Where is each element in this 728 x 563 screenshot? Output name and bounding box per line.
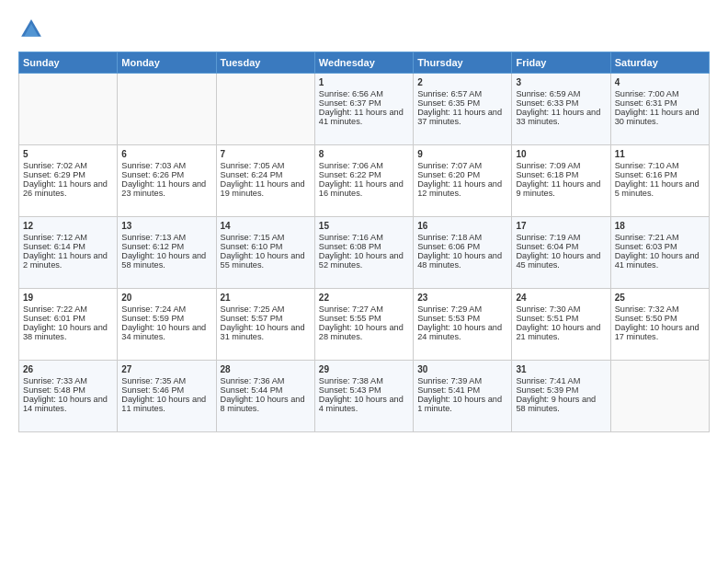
day-number: 2 [417, 77, 507, 87]
calendar-cell: 5Sunrise: 7:02 AMSunset: 6:29 PMDaylight… [19, 145, 118, 217]
calendar-cell: 3Sunrise: 6:59 AMSunset: 6:33 PMDaylight… [512, 74, 610, 145]
calendar-cell: 17Sunrise: 7:19 AMSunset: 6:04 PMDayligh… [512, 217, 610, 289]
day-info: Daylight: 11 hours and 23 minutes. [121, 179, 211, 198]
day-info: Sunset: 6:10 PM [221, 242, 311, 251]
day-number: 24 [516, 293, 606, 303]
calendar-cell: 19Sunrise: 7:22 AMSunset: 6:01 PMDayligh… [19, 289, 118, 361]
day-info: Sunrise: 7:16 AM [319, 233, 409, 242]
weekday-header-thursday: Thursday [414, 52, 512, 74]
calendar-cell: 28Sunrise: 7:36 AMSunset: 5:44 PMDayligh… [216, 361, 314, 432]
week-row-5: 26Sunrise: 7:33 AMSunset: 5:48 PMDayligh… [19, 361, 710, 432]
day-number: 6 [121, 149, 211, 159]
day-info: Daylight: 10 hours and 41 minutes. [615, 251, 705, 270]
week-row-4: 19Sunrise: 7:22 AMSunset: 6:01 PMDayligh… [19, 289, 710, 361]
day-info: Sunrise: 7:22 AM [23, 304, 113, 314]
day-info: Sunset: 6:22 PM [319, 170, 409, 179]
day-info: Daylight: 11 hours and 12 minutes. [417, 179, 507, 198]
day-info: Sunset: 5:43 PM [319, 385, 409, 395]
calendar-cell: 25Sunrise: 7:32 AMSunset: 5:50 PMDayligh… [610, 289, 709, 361]
day-number: 20 [121, 293, 211, 303]
calendar-cell: 21Sunrise: 7:25 AMSunset: 5:57 PMDayligh… [216, 289, 314, 361]
day-number: 11 [615, 149, 705, 159]
day-number: 18 [615, 221, 705, 231]
day-info: Sunrise: 7:12 AM [23, 233, 113, 242]
day-info: Sunset: 6:29 PM [23, 170, 113, 179]
calendar-cell: 30Sunrise: 7:39 AMSunset: 5:41 PMDayligh… [414, 361, 512, 432]
day-info: Daylight: 10 hours and 55 minutes. [221, 251, 311, 270]
day-info: Daylight: 11 hours and 41 minutes. [319, 108, 409, 126]
day-number: 28 [221, 364, 311, 374]
day-info: Sunset: 6:24 PM [221, 170, 311, 179]
day-number: 7 [221, 149, 311, 159]
day-number: 13 [121, 221, 211, 231]
day-number: 27 [121, 364, 211, 374]
calendar-cell: 16Sunrise: 7:18 AMSunset: 6:06 PMDayligh… [414, 217, 512, 289]
day-info: Daylight: 10 hours and 45 minutes. [516, 251, 606, 270]
day-info: Sunset: 5:39 PM [516, 385, 606, 395]
day-info: Sunset: 5:48 PM [23, 385, 113, 395]
day-info: Sunset: 6:20 PM [417, 170, 507, 179]
day-info: Sunrise: 7:30 AM [516, 304, 606, 314]
day-number: 1 [319, 77, 409, 87]
day-info: Sunrise: 7:15 AM [221, 233, 311, 242]
day-number: 21 [221, 293, 311, 303]
calendar-cell [19, 74, 118, 145]
day-info: Sunset: 6:26 PM [121, 170, 211, 179]
day-info: Sunset: 5:46 PM [121, 385, 211, 395]
day-info: Sunrise: 7:18 AM [417, 233, 507, 242]
page: SundayMondayTuesdayWednesdayThursdayFrid… [0, 0, 728, 563]
logo-icon [18, 17, 44, 42]
day-info: Daylight: 11 hours and 2 minutes. [23, 251, 113, 270]
calendar-cell: 22Sunrise: 7:27 AMSunset: 5:55 PMDayligh… [314, 289, 413, 361]
weekday-header-saturday: Saturday [610, 52, 709, 74]
week-row-2: 5Sunrise: 7:02 AMSunset: 6:29 PMDaylight… [19, 145, 710, 217]
day-info: Daylight: 11 hours and 37 minutes. [417, 108, 507, 126]
header [18, 17, 710, 42]
weekday-header-tuesday: Tuesday [216, 52, 314, 74]
day-number: 4 [615, 77, 705, 87]
day-number: 9 [417, 149, 507, 159]
day-info: Daylight: 10 hours and 21 minutes. [516, 323, 606, 341]
calendar-cell: 1Sunrise: 6:56 AMSunset: 6:37 PMDaylight… [314, 74, 413, 145]
day-info: Sunrise: 7:27 AM [319, 304, 409, 314]
day-number: 3 [516, 77, 606, 87]
day-info: Sunrise: 7:25 AM [221, 304, 311, 314]
day-info: Sunset: 5:41 PM [417, 385, 507, 395]
day-info: Sunrise: 7:03 AM [121, 161, 211, 170]
calendar-cell: 15Sunrise: 7:16 AMSunset: 6:08 PMDayligh… [314, 217, 413, 289]
day-info: Daylight: 10 hours and 38 minutes. [23, 323, 113, 341]
day-info: Sunset: 6:33 PM [516, 98, 606, 108]
calendar-cell: 4Sunrise: 7:00 AMSunset: 6:31 PMDaylight… [610, 74, 709, 145]
day-info: Daylight: 10 hours and 1 minute. [417, 395, 507, 413]
day-info: Sunrise: 7:32 AM [615, 304, 705, 314]
day-info: Sunset: 6:35 PM [417, 98, 507, 108]
day-info: Sunrise: 7:13 AM [121, 233, 211, 242]
day-info: Sunrise: 7:06 AM [319, 161, 409, 170]
day-number: 14 [221, 221, 311, 231]
day-info: Sunset: 6:14 PM [23, 242, 113, 251]
day-info: Daylight: 11 hours and 16 minutes. [319, 179, 409, 198]
day-info: Sunset: 6:08 PM [319, 242, 409, 251]
day-info: Sunset: 5:53 PM [417, 314, 507, 323]
day-info: Daylight: 10 hours and 28 minutes. [319, 323, 409, 341]
weekday-header-friday: Friday [512, 52, 610, 74]
day-info: Sunset: 6:03 PM [615, 242, 705, 251]
day-info: Sunrise: 6:57 AM [417, 89, 507, 98]
calendar-cell: 6Sunrise: 7:03 AMSunset: 6:26 PMDaylight… [118, 145, 216, 217]
day-info: Sunset: 5:44 PM [221, 385, 311, 395]
weekday-header-wednesday: Wednesday [314, 52, 413, 74]
calendar-cell: 14Sunrise: 7:15 AMSunset: 6:10 PMDayligh… [216, 217, 314, 289]
calendar-cell [118, 74, 216, 145]
calendar-table: SundayMondayTuesdayWednesdayThursdayFrid… [18, 52, 710, 432]
day-info: Sunrise: 7:02 AM [23, 161, 113, 170]
day-number: 12 [23, 221, 113, 231]
calendar-cell: 11Sunrise: 7:10 AMSunset: 6:16 PMDayligh… [610, 145, 709, 217]
day-info: Daylight: 9 hours and 58 minutes. [516, 395, 606, 413]
day-info: Sunrise: 7:39 AM [417, 376, 507, 385]
day-number: 25 [615, 293, 705, 303]
day-number: 10 [516, 149, 606, 159]
day-info: Sunset: 5:59 PM [121, 314, 211, 323]
calendar-cell: 2Sunrise: 6:57 AMSunset: 6:35 PMDaylight… [414, 74, 512, 145]
day-info: Sunrise: 7:19 AM [516, 233, 606, 242]
calendar-cell: 24Sunrise: 7:30 AMSunset: 5:51 PMDayligh… [512, 289, 610, 361]
